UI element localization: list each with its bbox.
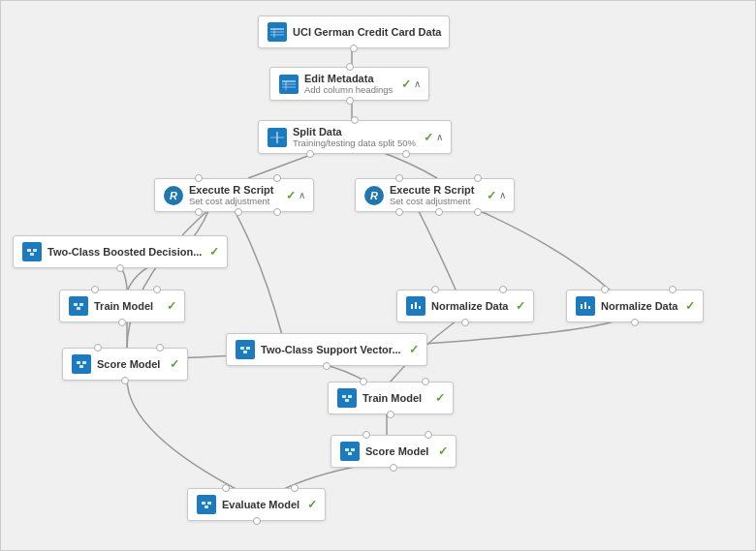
- svg-rect-22: [77, 361, 80, 364]
- split-data-caret[interactable]: ∧: [436, 132, 443, 142]
- edit-metadata-title: Edit Metadata: [304, 73, 394, 84]
- score-model-left-node[interactable]: Score Model ✓: [62, 348, 188, 381]
- score-model-left-check: ✓: [170, 357, 179, 371]
- train-model-left-node[interactable]: Train Model ✓: [59, 290, 185, 322]
- score-model-right-title: Score Model: [365, 445, 430, 457]
- normalize-data-right-icon: [575, 295, 596, 317]
- score-model-left-icon: [71, 353, 92, 375]
- uci-title: UCI German Credit Card Data: [293, 26, 441, 38]
- two-class-boosted-icon: [21, 241, 43, 262]
- svg-rect-48: [205, 505, 208, 508]
- split-data-check: ✓: [424, 131, 433, 144]
- svg-rect-40: [345, 399, 349, 402]
- svg-rect-38: [342, 395, 346, 398]
- svg-rect-47: [207, 502, 211, 505]
- edit-metadata-caret[interactable]: ∧: [414, 78, 421, 89]
- two-class-boosted-check: ✓: [209, 245, 219, 259]
- split-data-title: Split Data: [293, 126, 416, 138]
- train-model-left-title: Train Model: [94, 300, 159, 312]
- two-class-svm-check: ✓: [409, 343, 419, 356]
- svg-rect-19: [79, 303, 83, 306]
- svg-rect-18: [74, 303, 78, 306]
- score-model-left-title: Score Model: [97, 358, 162, 370]
- svg-rect-23: [82, 361, 86, 364]
- workflow-canvas[interactable]: UCI German Credit Card Data Edit Metadat…: [0, 0, 756, 551]
- execute-r-left-caret[interactable]: ∧: [299, 190, 305, 200]
- two-class-svm-node[interactable]: Two-Class Support Vector... ✓: [226, 333, 427, 366]
- train-model-right-node[interactable]: Train Model ✓: [328, 382, 454, 414]
- execute-r-right-icon: R: [363, 185, 385, 206]
- execute-r-left-check: ✓: [286, 189, 296, 202]
- train-model-left-check: ✓: [167, 299, 176, 313]
- uci-icon: [267, 21, 288, 43]
- edit-metadata-sub: Add column headings: [304, 84, 394, 95]
- execute-r-right-caret[interactable]: ∧: [499, 190, 506, 200]
- execute-r-left-sub: Set cost adjustment: [189, 196, 278, 206]
- edit-metadata-node[interactable]: Edit Metadata Add column headings ✓ ∧: [269, 67, 429, 101]
- normalize-data-left-title: Normalize Data: [431, 300, 508, 312]
- svg-rect-15: [33, 249, 37, 252]
- split-data-icon: [267, 127, 288, 148]
- normalize-data-right-check: ✓: [685, 299, 695, 313]
- two-class-boosted-node[interactable]: Two-Class Boosted Decision... ✓: [13, 235, 228, 268]
- svg-rect-39: [348, 395, 352, 398]
- two-class-svm-title: Two-Class Support Vector...: [261, 344, 401, 355]
- execute-r-right-check: ✓: [487, 189, 496, 202]
- two-class-boosted-title: Two-Class Boosted Decision...: [47, 246, 202, 258]
- svg-rect-14: [27, 249, 31, 252]
- two-class-svm-icon: [235, 339, 256, 360]
- normalize-data-left-check: ✓: [516, 299, 525, 313]
- svg-rect-35: [246, 347, 250, 350]
- execute-r-right-sub: Set cost adjustment: [390, 196, 479, 206]
- svg-rect-46: [202, 502, 205, 505]
- svg-rect-44: [348, 452, 352, 455]
- normalize-data-left-icon: [405, 295, 426, 317]
- score-model-right-icon: [339, 441, 361, 462]
- train-model-right-icon: [336, 387, 358, 409]
- execute-r-left-node[interactable]: R Execute R Script Set cost adjustment ✓…: [154, 178, 314, 212]
- evaluate-model-node[interactable]: Evaluate Model ✓: [187, 488, 326, 521]
- split-data-sub: Training/testing data split 50%: [293, 138, 416, 148]
- execute-r-right-node[interactable]: R Execute R Script Set cost adjustment ✓…: [355, 178, 515, 212]
- svg-rect-20: [77, 307, 80, 310]
- evaluate-model-icon: [196, 494, 217, 515]
- svg-rect-24: [79, 365, 83, 368]
- svg-rect-16: [30, 253, 34, 256]
- score-model-right-check: ✓: [438, 444, 448, 458]
- split-data-node[interactable]: Split Data Training/testing data split 5…: [258, 120, 452, 154]
- normalize-data-right-title: Normalize Data: [601, 300, 677, 312]
- normalize-data-left-node[interactable]: Normalize Data ✓: [396, 290, 534, 322]
- train-model-right-check: ✓: [435, 391, 445, 405]
- svg-rect-42: [345, 448, 349, 451]
- evaluate-model-title: Evaluate Model: [222, 499, 299, 510]
- execute-r-left-icon: R: [163, 185, 184, 206]
- svg-rect-36: [243, 351, 247, 353]
- uci-node[interactable]: UCI German Credit Card Data: [258, 15, 450, 48]
- execute-r-right-title: Execute R Script: [390, 184, 479, 196]
- execute-r-left-title: Execute R Script: [189, 184, 278, 196]
- evaluate-model-check: ✓: [307, 498, 317, 511]
- edit-metadata-check: ✓: [401, 77, 411, 91]
- edit-metadata-icon: [278, 74, 299, 95]
- score-model-right-node[interactable]: Score Model ✓: [331, 435, 457, 468]
- normalize-data-right-node[interactable]: Normalize Data ✓: [566, 290, 704, 322]
- train-model-right-title: Train Model: [362, 392, 427, 404]
- svg-rect-34: [240, 347, 244, 350]
- svg-rect-43: [351, 448, 355, 451]
- train-model-left-icon: [68, 295, 89, 317]
